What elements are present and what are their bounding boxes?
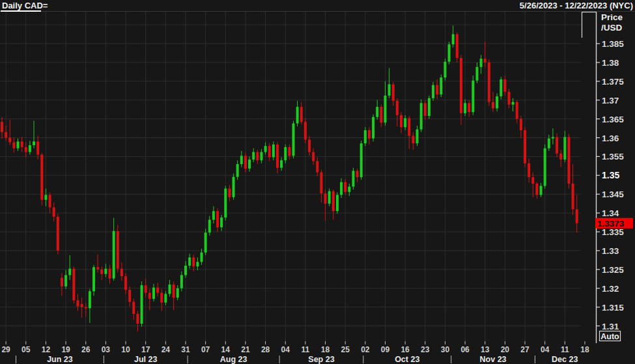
price-tick-label: 1.355 xyxy=(602,152,624,161)
candle-body xyxy=(284,147,287,160)
candle-body xyxy=(145,285,147,293)
candle-body xyxy=(68,269,71,275)
candle-body xyxy=(248,160,251,169)
date-tick-label: 30 xyxy=(441,345,450,354)
candle-body xyxy=(348,187,350,192)
date-tick-label: 18 xyxy=(321,345,330,354)
candle-body xyxy=(113,231,115,279)
candle-body xyxy=(173,285,175,298)
candle-body xyxy=(17,141,20,148)
chart-window: Daily CAD= 5/26/2023 - 12/22/2023 (NYC) … xyxy=(0,0,635,364)
candle-body xyxy=(432,85,434,98)
candle-body xyxy=(176,288,179,298)
date-tick-label: 26 xyxy=(81,345,91,354)
date-tick-label: 11 xyxy=(302,345,310,354)
candle-body xyxy=(76,300,79,306)
candle-body xyxy=(436,85,438,94)
candle-body xyxy=(276,145,279,168)
date-tick-label: 24 xyxy=(162,345,171,354)
candle-body xyxy=(168,285,171,294)
candle-body xyxy=(503,79,506,92)
price-tick-label: 1.385 xyxy=(602,39,624,49)
candle-body xyxy=(304,122,307,139)
candle-body xyxy=(456,35,459,58)
candle-body xyxy=(53,207,55,216)
candle-body xyxy=(528,163,530,177)
price-tick-label: 1.375 xyxy=(602,77,624,87)
candle-body xyxy=(424,103,427,116)
candle-body xyxy=(376,107,378,117)
candle-body xyxy=(548,139,550,148)
candle-body xyxy=(440,77,442,94)
date-tick-label: 13 xyxy=(481,345,490,354)
date-tick-label: 09 xyxy=(381,345,390,354)
price-tick-label: 1.34 xyxy=(602,208,619,218)
candle-body xyxy=(208,220,211,233)
candle-body xyxy=(228,189,231,197)
candle-body xyxy=(392,84,395,100)
candle-body xyxy=(44,195,47,200)
candle-body xyxy=(292,124,294,156)
month-label: Aug 23 xyxy=(220,355,247,364)
candle-body xyxy=(188,257,191,266)
candlestick-chart[interactable]: Price/USD1.3851.381.3751.371.3651.361.35… xyxy=(0,0,635,364)
price-tick-label: 1.35 xyxy=(602,170,619,180)
candle-body xyxy=(128,290,131,301)
date-tick-label: 12 xyxy=(42,345,51,354)
candle-body xyxy=(444,62,446,77)
candle-body xyxy=(340,182,343,195)
candle-body xyxy=(324,193,327,204)
candle-body xyxy=(5,132,7,138)
candle-body xyxy=(132,302,135,314)
price-tick-label: 1.36 xyxy=(602,133,619,143)
candle-body xyxy=(492,102,494,109)
candle-body xyxy=(312,152,315,161)
candle-body xyxy=(540,186,543,195)
candle-body xyxy=(152,288,155,299)
candle-body xyxy=(408,118,410,135)
price-tick-label: 1.33 xyxy=(602,246,619,256)
candle-body xyxy=(300,107,303,122)
candle-body xyxy=(559,154,562,160)
candle-body xyxy=(535,184,538,195)
price-tick-label: 1.365 xyxy=(602,115,624,124)
price-tick-label: 1.315 xyxy=(602,303,624,313)
candle-body xyxy=(531,177,534,184)
month-label: Jul 23 xyxy=(134,355,157,364)
price-tick-label: 1.37 xyxy=(602,96,619,105)
candle-body xyxy=(201,253,203,262)
candle-body xyxy=(33,141,35,145)
candle-body xyxy=(233,177,235,197)
candle-body xyxy=(260,152,262,160)
candle-body xyxy=(8,138,11,143)
price-tick-label: 1.345 xyxy=(602,189,624,199)
candle-body xyxy=(572,184,574,209)
candle-body xyxy=(57,217,59,251)
candle-body xyxy=(192,257,195,266)
candle-body xyxy=(508,92,511,105)
candle-body xyxy=(268,146,271,157)
candle-body xyxy=(516,102,518,119)
price-tick-label: 1.325 xyxy=(602,265,624,275)
candle-body xyxy=(336,195,339,211)
price-tick-label: 1.31 xyxy=(602,322,619,331)
candle-body xyxy=(567,137,570,184)
date-tick-label: 21 xyxy=(241,345,250,354)
candle-body xyxy=(556,137,558,153)
candle-body xyxy=(120,269,123,277)
date-tick-label: 20 xyxy=(501,345,510,354)
candle-body xyxy=(109,269,111,279)
candle-body xyxy=(124,276,127,290)
candle-body xyxy=(520,119,522,130)
date-tick-label: 18 xyxy=(580,345,589,354)
candle-body xyxy=(184,266,187,275)
candle-body xyxy=(412,136,414,144)
candle-body xyxy=(524,130,526,163)
candle-body xyxy=(36,141,39,154)
candle-body xyxy=(475,67,478,81)
month-label: Oct 23 xyxy=(395,355,419,364)
candle-body xyxy=(400,115,402,127)
candle-body xyxy=(72,269,75,301)
chart-title: Daily CAD= xyxy=(2,1,48,10)
title-underline xyxy=(1,10,41,12)
